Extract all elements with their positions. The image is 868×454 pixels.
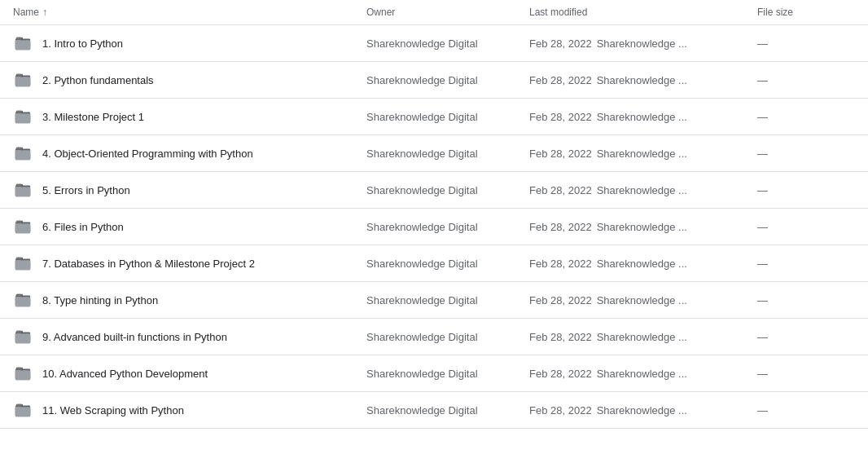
modified-by: Shareknowledge ...: [597, 258, 687, 270]
name-cell: 11. Web Scraping with Python: [13, 400, 366, 420]
name-cell: 8. Type hinting in Python: [13, 290, 366, 310]
svg-rect-39: [16, 294, 21, 297]
modified-by: Shareknowledge ...: [597, 404, 687, 417]
modified-date: Feb 28, 2022: [529, 74, 592, 86]
modified-date: Feb 28, 2022: [529, 294, 592, 306]
size-cell: —: [757, 294, 855, 306]
modified-date: Feb 28, 2022: [529, 258, 592, 270]
table-row[interactable]: 5. Errors in Python Shareknowledge Digit…: [0, 172, 868, 209]
svg-rect-4: [16, 37, 21, 40]
modified-date: Feb 28, 2022: [529, 404, 592, 417]
modified-by: Shareknowledge ...: [597, 111, 687, 123]
svg-rect-9: [16, 74, 21, 77]
modified-cell: Feb 28, 2022 Shareknowledge ...: [529, 148, 757, 160]
svg-rect-29: [16, 221, 21, 223]
size-cell: —: [757, 74, 855, 86]
owner-cell: Shareknowledge Digital: [366, 184, 529, 196]
svg-rect-34: [16, 258, 21, 260]
owner-cell: Shareknowledge Digital: [366, 221, 529, 233]
modified-by: Shareknowledge ...: [597, 37, 687, 50]
table-row[interactable]: 9. Advanced built-in functions in Python…: [0, 319, 868, 355]
owner-cell: Shareknowledge Digital: [366, 111, 529, 123]
modified-by: Shareknowledge ...: [597, 221, 687, 233]
modified-date: Feb 28, 2022: [529, 111, 592, 123]
file-name: 2. Python fundamentals: [42, 74, 154, 86]
table-row[interactable]: 10. Advanced Python Development Sharekno…: [0, 355, 868, 392]
folder-icon: [13, 33, 33, 53]
size-cell: —: [757, 184, 855, 196]
modified-by: Shareknowledge ...: [597, 294, 687, 306]
table-row[interactable]: 1. Intro to Python Shareknowledge Digita…: [0, 25, 868, 62]
modified-date: Feb 28, 2022: [529, 37, 592, 50]
folder-icon: [13, 70, 33, 90]
folder-icon: [13, 400, 33, 420]
file-name: 10. Advanced Python Development: [42, 368, 208, 380]
size-cell: —: [757, 148, 855, 160]
file-name: 1. Intro to Python: [42, 37, 123, 50]
size-cell: —: [757, 37, 855, 50]
size-header-label: File size: [757, 7, 793, 18]
modified-date: Feb 28, 2022: [529, 148, 592, 160]
modified-date: Feb 28, 2022: [529, 184, 592, 196]
owner-cell: Shareknowledge Digital: [366, 258, 529, 270]
svg-rect-24: [16, 184, 21, 187]
size-cell: —: [757, 404, 855, 417]
name-cell: 5. Errors in Python: [13, 180, 366, 200]
modified-cell: Feb 28, 2022 Shareknowledge ...: [529, 258, 757, 270]
table-row[interactable]: 8. Type hinting in Python Shareknowledge…: [0, 282, 868, 319]
owner-cell: Shareknowledge Digital: [366, 331, 529, 343]
name-cell: 6. Files in Python: [13, 217, 366, 236]
modified-by: Shareknowledge ...: [597, 184, 687, 196]
modified-cell: Feb 28, 2022 Shareknowledge ...: [529, 404, 757, 417]
name-cell: 4. Object-Oriented Programming with Pyth…: [13, 143, 366, 163]
size-column-header[interactable]: File size: [757, 7, 855, 18]
name-cell: 10. Advanced Python Development: [13, 364, 366, 383]
table-row[interactable]: 6. Files in Python Shareknowledge Digita…: [0, 209, 868, 245]
modified-date: Feb 28, 2022: [529, 221, 592, 233]
file-name: 8. Type hinting in Python: [42, 294, 158, 306]
owner-cell: Shareknowledge Digital: [366, 37, 529, 50]
size-cell: —: [757, 368, 855, 380]
folder-icon: [13, 217, 33, 236]
sort-arrow-icon: ↑: [42, 7, 47, 18]
modified-by: Shareknowledge ...: [597, 148, 687, 160]
owner-cell: Shareknowledge Digital: [366, 368, 529, 380]
folder-icon: [13, 364, 33, 383]
name-column-header[interactable]: Name ↑: [13, 7, 366, 18]
table-row[interactable]: 4. Object-Oriented Programming with Pyth…: [0, 135, 868, 172]
modified-date: Feb 28, 2022: [529, 331, 592, 343]
modified-cell: Feb 28, 2022 Shareknowledge ...: [529, 74, 757, 86]
name-header-label: Name: [13, 7, 39, 18]
table-row[interactable]: 2. Python fundamentals Shareknowledge Di…: [0, 62, 868, 99]
modified-cell: Feb 28, 2022 Shareknowledge ...: [529, 221, 757, 233]
modified-cell: Feb 28, 2022 Shareknowledge ...: [529, 331, 757, 343]
owner-cell: Shareknowledge Digital: [366, 148, 529, 160]
name-cell: 3. Milestone Project 1: [13, 107, 366, 126]
file-name: 3. Milestone Project 1: [42, 111, 144, 123]
size-cell: —: [757, 258, 855, 270]
owner-header-label: Owner: [366, 7, 395, 18]
size-cell: —: [757, 331, 855, 343]
size-cell: —: [757, 221, 855, 233]
modified-column-header[interactable]: Last modified: [529, 7, 757, 18]
modified-header-label: Last modified: [529, 7, 587, 18]
owner-column-header[interactable]: Owner: [366, 7, 529, 18]
name-cell: 1. Intro to Python: [13, 33, 366, 53]
name-cell: 7. Databases in Python & Milestone Proje…: [13, 253, 366, 273]
folder-icon: [13, 107, 33, 126]
file-name: 9. Advanced built-in functions in Python: [42, 331, 227, 343]
svg-rect-19: [16, 148, 21, 150]
file-name: 5. Errors in Python: [42, 184, 130, 196]
folder-icon: [13, 290, 33, 310]
table-row[interactable]: 11. Web Scraping with Python Shareknowle…: [0, 392, 868, 429]
name-cell: 9. Advanced built-in functions in Python: [13, 327, 366, 346]
modified-cell: Feb 28, 2022 Shareknowledge ...: [529, 111, 757, 123]
owner-cell: Shareknowledge Digital: [366, 294, 529, 306]
table-row[interactable]: 7. Databases in Python & Milestone Proje…: [0, 245, 868, 282]
table-row[interactable]: 3. Milestone Project 1 Shareknowledge Di…: [0, 99, 868, 135]
modified-cell: Feb 28, 2022 Shareknowledge ...: [529, 294, 757, 306]
folder-icon: [13, 143, 33, 163]
svg-rect-44: [16, 331, 21, 333]
modified-date: Feb 28, 2022: [529, 368, 592, 380]
folder-icon: [13, 180, 33, 200]
